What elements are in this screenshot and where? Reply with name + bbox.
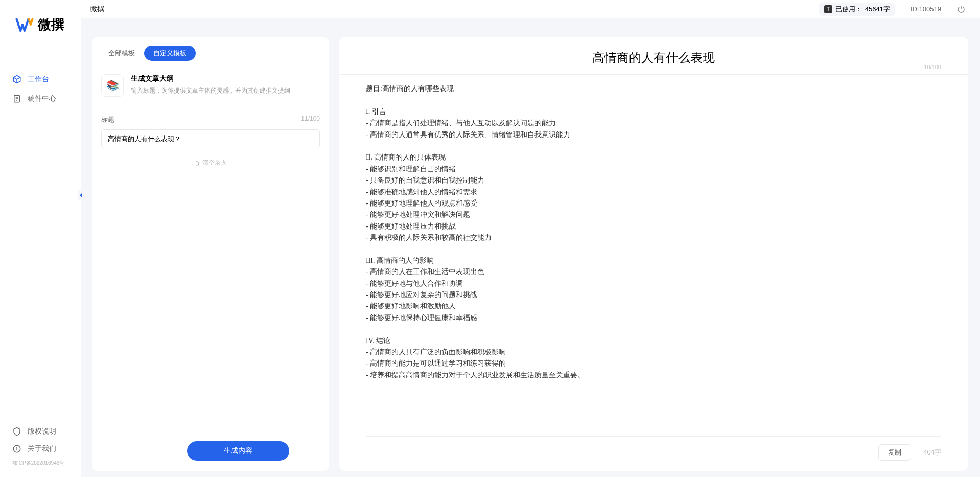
usage-value: 45641字: [865, 5, 890, 14]
tab-custom-templates[interactable]: 自定义模板: [144, 46, 196, 61]
output-body[interactable]: 题目:高情商的人有哪些表现 I. 引言 - 高情商是指人们处理情绪、与他人互动以…: [339, 75, 968, 436]
cube-icon: [12, 75, 21, 84]
output-footer: 复制 404字: [339, 437, 968, 471]
template-card: 📚 生成文章大纲 输入标题，为你提供文章主体的灵感，并为其创建推文提纲: [101, 74, 320, 97]
nav-drafts-label: 稿件中心: [28, 94, 56, 103]
form-counter: 11/100: [301, 115, 320, 124]
svg-point-6: [17, 447, 17, 448]
output-title: 高情商的人有什么表现: [366, 50, 941, 71]
brand-logo: 微撰: [0, 0, 81, 44]
clear-input-button[interactable]: 清空录入: [101, 158, 320, 167]
title-input[interactable]: [101, 129, 320, 148]
template-title: 生成文章大纲: [131, 74, 320, 83]
trash-icon: [194, 160, 200, 166]
form-label-row: 标题 11/100: [101, 115, 320, 124]
books-icon: 📚: [101, 74, 124, 97]
logo-icon: [15, 15, 34, 34]
document-icon: [12, 94, 21, 103]
right-panel: 高情商的人有什么表现 10/100 题目:高情商的人有哪些表现 I. 引言 - …: [339, 37, 968, 471]
brand-name: 微撰: [38, 16, 64, 34]
sidebar-collapse-button[interactable]: [78, 190, 85, 200]
content: 全部模板 自定义模板 📚 生成文章大纲 输入标题，为你提供文章主体的灵感，并为其…: [81, 18, 980, 477]
form-section: 标题 11/100 清空录入: [101, 115, 320, 167]
clear-input-label: 清空录入: [202, 158, 227, 167]
nav-copyright-label: 版权说明: [28, 427, 56, 436]
template-info: 生成文章大纲 输入标题，为你提供文章主体的灵感，并为其创建推文提纲: [131, 74, 320, 95]
tabs: 全部模板 自定义模板: [92, 37, 329, 61]
left-panel: 全部模板 自定义模板 📚 生成文章大纲 输入标题，为你提供文章主体的灵感，并为其…: [92, 37, 329, 471]
output-header: 高情商的人有什么表现 10/100: [339, 37, 968, 75]
topbar-title: 微撰: [90, 5, 104, 14]
copy-button[interactable]: 复制: [878, 444, 911, 461]
shield-icon: [12, 427, 21, 436]
user-id: ID:100519: [911, 5, 941, 13]
nav-workbench[interactable]: 工作台: [12, 70, 81, 89]
topbar-right: T 已使用： 45641字 ID:100519: [819, 3, 966, 16]
nav-copyright[interactable]: 版权说明: [12, 423, 93, 440]
form-label-text: 标题: [101, 115, 114, 124]
nav: 工作台 稿件中心: [0, 70, 81, 108]
word-count: 404字: [923, 448, 941, 457]
sidebar-footer: 版权说明 关于我们 鄂ICP备2022016946号: [12, 423, 93, 467]
tab-all-templates[interactable]: 全部模板: [99, 46, 144, 61]
nav-about-label: 关于我们: [28, 444, 56, 453]
icp-text: 鄂ICP备2022016946号: [12, 460, 93, 467]
sidebar: 微撰 工作台 稿件中心: [0, 0, 81, 477]
nav-workbench-label: 工作台: [28, 75, 49, 84]
topbar: 微撰 T 已使用： 45641字 ID:100519: [81, 0, 980, 18]
generate-button[interactable]: 生成内容: [187, 441, 289, 461]
usage-prefix: 已使用：: [835, 5, 862, 14]
usage-badge: T 已使用： 45641字: [819, 3, 895, 16]
info-icon: [12, 444, 21, 453]
main: 微撰 T 已使用： 45641字 ID:100519 全部模板 自定义模板: [81, 0, 980, 477]
text-T-icon: T: [824, 5, 832, 13]
nav-about[interactable]: 关于我们: [12, 440, 93, 458]
template-desc: 输入标题，为你提供文章主体的灵感，并为其创建推文提纲: [131, 86, 320, 95]
power-icon[interactable]: [956, 5, 966, 14]
output-title-counter: 10/100: [924, 64, 941, 70]
nav-drafts[interactable]: 稿件中心: [12, 89, 81, 108]
